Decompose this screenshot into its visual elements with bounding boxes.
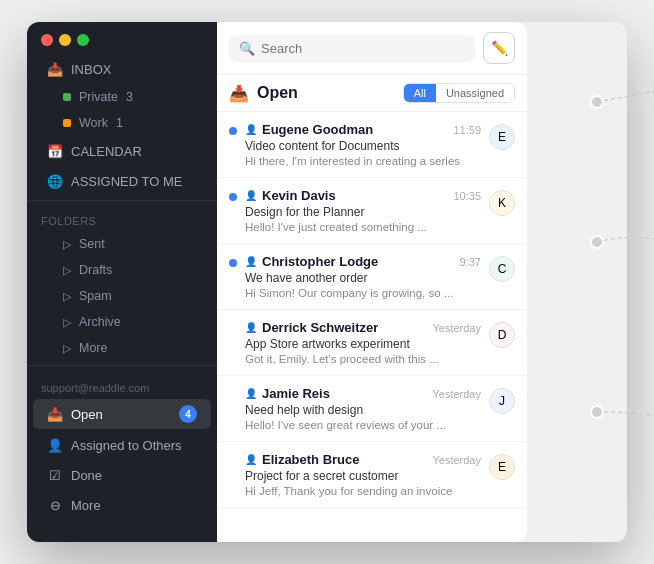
message-avatar: K xyxy=(489,190,515,216)
message-sender: Kevin Davis xyxy=(262,188,449,203)
message-subject: We have another order xyxy=(245,271,481,285)
person-icon: 👤 xyxy=(245,322,257,333)
done-label: Done xyxy=(71,468,102,483)
minimize-button[interactable] xyxy=(59,34,71,46)
search-input[interactable] xyxy=(261,41,465,56)
message-time: 9:37 xyxy=(460,256,481,268)
sidebar-item-drafts[interactable]: ▷ Drafts xyxy=(33,258,211,282)
message-item[interactable]: 👤Derrick SchweitzerYesterdayApp Store ar… xyxy=(217,310,527,376)
message-content: 👤Elizabeth BruceYesterdayProject for a s… xyxy=(245,452,481,497)
calendar-icon: 📅 xyxy=(47,143,63,159)
message-preview: Hello! I've seen great reviews of your .… xyxy=(245,419,481,431)
message-subject: App Store artworks experiment xyxy=(245,337,481,351)
message-content: 👤Christopher Lodge9:37We have another or… xyxy=(245,254,481,299)
more-folders-label: More xyxy=(79,341,107,355)
assigned-icon: 🌐 xyxy=(47,173,63,189)
assigned-others-icon: 👤 xyxy=(47,437,63,453)
message-avatar: C xyxy=(489,256,515,282)
filter-unassigned-button[interactable]: Unassigned xyxy=(436,84,514,102)
spam-icon: ▷ xyxy=(63,290,71,303)
divider-1 xyxy=(27,200,217,201)
message-preview: Hi there, I'm interested in creating a s… xyxy=(245,155,481,167)
calendar-label: CALENDAR xyxy=(71,144,142,159)
search-icon: 🔍 xyxy=(239,41,255,56)
work-label: Work xyxy=(79,116,108,130)
message-item[interactable]: 👤Elizabeth BruceYesterdayProject for a s… xyxy=(217,442,527,508)
search-wrapper[interactable]: 🔍 xyxy=(229,35,475,62)
open-icon: 📥 xyxy=(47,406,63,422)
person-icon: 👤 xyxy=(245,454,257,465)
sidebar-item-calendar[interactable]: 📅 CALENDAR xyxy=(33,137,211,165)
message-sender: Jamie Reis xyxy=(262,386,428,401)
sidebar-item-assigned-to-me[interactable]: 🌐 ASSIGNED TO ME xyxy=(33,167,211,195)
account-label: support@readdle.com xyxy=(27,370,217,398)
work-badge: 1 xyxy=(116,116,123,130)
traffic-lights xyxy=(27,22,217,54)
assigned-to-me-label: ASSIGNED TO ME xyxy=(71,174,183,189)
message-preview: Hi Simon! Our company is growing, so ... xyxy=(245,287,481,299)
message-subject: Need help with design xyxy=(245,403,481,417)
sidebar-item-archive[interactable]: ▷ Archive xyxy=(33,310,211,334)
message-avatar: E xyxy=(489,124,515,150)
sidebar-item-assigned-others[interactable]: 👤 Assigned to Others xyxy=(33,431,211,459)
message-preview: Hello! I've just created something ... xyxy=(245,221,481,233)
message-subject: Project for a secret customer xyxy=(245,469,481,483)
unread-dot xyxy=(229,127,237,135)
private-badge: 3 xyxy=(126,90,133,104)
work-dot xyxy=(63,119,71,127)
person-icon: 👤 xyxy=(245,190,257,201)
compose-button[interactable]: ✏️ xyxy=(483,32,515,64)
sidebar-item-sent[interactable]: ▷ Sent xyxy=(33,232,211,256)
message-time: 10:35 xyxy=(453,190,481,202)
message-subject: Design for the Planner xyxy=(245,205,481,219)
message-avatar: D xyxy=(489,322,515,348)
archive-label: Archive xyxy=(79,315,121,329)
panel-title-icon: 📥 xyxy=(229,84,249,103)
message-time: Yesterday xyxy=(432,454,481,466)
panel-header: 📥 Open All Unassigned xyxy=(217,75,527,112)
app-window: 📥 INBOX Private 3 Work 1 📅 CALENDAR 🌐 AS… xyxy=(27,22,627,542)
panel-title: Open xyxy=(257,84,298,102)
filter-buttons: All Unassigned xyxy=(403,83,515,103)
message-avatar: E xyxy=(489,454,515,480)
more-icon: ⊖ xyxy=(47,497,63,513)
inbox-icon: 📥 xyxy=(47,61,63,77)
message-sender: Eugene Goodman xyxy=(262,122,449,137)
sidebar-item-private[interactable]: Private 3 xyxy=(33,85,211,109)
sent-icon: ▷ xyxy=(63,238,71,251)
svg-point-3 xyxy=(591,406,603,418)
sidebar-item-more-folders[interactable]: ▷ More xyxy=(33,336,211,360)
message-time: Yesterday xyxy=(432,322,481,334)
folders-label: Folders xyxy=(27,205,217,231)
sidebar-item-inbox[interactable]: 📥 INBOX xyxy=(33,55,211,83)
sidebar: 📥 INBOX Private 3 Work 1 📅 CALENDAR 🌐 AS… xyxy=(27,22,217,542)
unread-dot xyxy=(229,259,237,267)
archive-icon: ▷ xyxy=(63,316,71,329)
message-content: 👤Eugene Goodman11:59Video content for Do… xyxy=(245,122,481,167)
close-button[interactable] xyxy=(41,34,53,46)
sidebar-item-work[interactable]: Work 1 xyxy=(33,111,211,135)
message-item[interactable]: 👤Christopher Lodge9:37We have another or… xyxy=(217,244,527,310)
person-icon: 👤 xyxy=(245,388,257,399)
message-sender: Derrick Schweitzer xyxy=(262,320,428,335)
message-item[interactable]: 👤Jamie ReisYesterdayNeed help with desig… xyxy=(217,376,527,442)
filter-all-button[interactable]: All xyxy=(404,84,436,102)
message-item[interactable]: 👤Eugene Goodman11:59Video content for Do… xyxy=(217,112,527,178)
unread-dot xyxy=(229,193,237,201)
message-preview: Got it, Emily. Let's proceed with this .… xyxy=(245,353,481,365)
message-list: 👤Eugene Goodman11:59Video content for Do… xyxy=(217,112,527,542)
message-sender: Christopher Lodge xyxy=(262,254,456,269)
sidebar-item-spam[interactable]: ▷ Spam xyxy=(33,284,211,308)
message-content: 👤Derrick SchweitzerYesterdayApp Store ar… xyxy=(245,320,481,365)
sidebar-item-more[interactable]: ⊖ More xyxy=(33,491,211,519)
maximize-button[interactable] xyxy=(77,34,89,46)
floating-avatars xyxy=(627,22,654,542)
sidebar-item-done[interactable]: ☑ Done xyxy=(33,461,211,489)
message-preview: Hi Jeff, Thank you for sending an invoic… xyxy=(245,485,481,497)
done-icon: ☑ xyxy=(47,467,63,483)
inbox-label: INBOX xyxy=(71,62,111,77)
more-label: More xyxy=(71,498,101,513)
message-item[interactable]: 👤Kevin Davis10:35Design for the PlannerH… xyxy=(217,178,527,244)
sidebar-item-open[interactable]: 📥 Open 4 xyxy=(33,399,211,429)
compose-icon: ✏️ xyxy=(491,40,508,56)
